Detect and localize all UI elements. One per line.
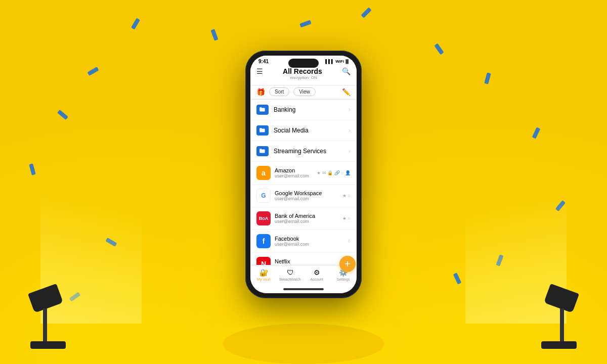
category-row-1[interactable]: Social Media › [250,120,357,141]
record-row-0[interactable]: a Amazon user@email.com ★ ✉ 🔒 🔗 ○ 👤 [250,162,357,184]
menu-icon[interactable]: ☰ [256,67,263,75]
record-logo: N [256,257,271,265]
toolbar: 🎁 Sort View ✏️ [250,85,357,100]
phone: 9:41 ▌▌▌ WiFi ▓ ☰ All Records 🔍 encrypti… [245,51,362,298]
phone-screen: 9:41 ▌▌▌ WiFi ▓ ☰ All Records 🔍 encrypti… [250,56,357,293]
nav-label: BreachWatch [280,278,301,281]
nav-icon: 🔐 [259,268,268,277]
nav-item-my-vault[interactable]: 🔐 My Vault [250,268,277,281]
nav-icon: ⚙ [314,268,320,277]
record-email: user@email.com [275,219,342,224]
nav-label: Settings [337,278,350,281]
nav-label: My Vault [257,278,271,281]
sort-button[interactable]: Sort [269,87,289,96]
lamp-left [30,288,71,349]
record-name: Bank of America [275,213,342,219]
category-name: Social Media [274,127,349,134]
status-time: 9:41 [258,59,269,64]
record-email: user@email.com [275,196,342,201]
fab-add-button[interactable]: + [339,256,356,272]
chevron-icon: › [349,127,351,134]
record-name: Netflix [275,258,339,264]
record-row-3[interactable]: f Facebook user@email.com ○ [250,230,357,252]
category-name: Streaming Services [274,148,349,155]
record-info: Amazon user@email.com [275,167,317,178]
nav-item-account[interactable]: ⚙ Account [304,268,330,281]
nav-item-breachwatch[interactable]: 🛡 BreachWatch [277,268,304,281]
home-bar [283,288,324,290]
record-name: Amazon [275,167,317,173]
search-icon[interactable]: 🔍 [342,67,351,75]
page-title: All Records [283,67,322,75]
edit-icon[interactable]: ✏️ [342,88,351,96]
record-action-icons: ★ ○ [342,193,351,198]
encryption-status: encryption: ON [290,75,317,80]
record-action-icons: ★ ✉ 🔒 🔗 ○ 👤 [317,170,351,175]
nav-label: Account [311,278,323,281]
folder-icon [256,125,269,135]
record-action-icons: ○ [348,239,351,244]
records-list[interactable]: Banking › Social Media › Streaming Servi… [250,100,357,265]
chevron-icon: › [349,106,351,113]
lamp-right [536,288,577,349]
signal-icon: ▌▌▌ [325,59,334,64]
record-logo: BoA [256,211,271,225]
toolbar-left: 🎁 Sort View [256,87,316,96]
category-row-0[interactable]: Banking › [250,100,357,120]
record-row-1[interactable]: G Google Workspace user@email.com ★ ○ [250,185,357,207]
record-logo: G [256,189,271,203]
home-indicator [250,285,357,293]
gift-icon[interactable]: 🎁 [256,88,265,96]
record-name: Google Workspace [275,190,342,196]
record-action-icons: ★ ○ [342,216,351,221]
pedestal [223,324,384,364]
nav-icon: 🛡 [287,268,294,277]
view-button[interactable]: View [293,87,316,96]
record-info: Netflix user@email.com [275,258,339,265]
record-logo: a [256,166,271,180]
wifi-icon: WiFi [335,59,344,64]
record-info: Bank of America user@email.com [275,213,342,224]
chevron-icon: › [349,148,351,155]
battery-icon: ▓ [345,59,349,64]
phone-wrapper: 9:41 ▌▌▌ WiFi ▓ ☰ All Records 🔍 encrypti… [245,51,362,298]
record-email: user@email.com [275,173,317,178]
record-info: Facebook user@email.com [275,236,348,247]
record-row-2[interactable]: BoA Bank of America user@email.com ★ ○ [250,207,357,230]
record-name: Facebook [275,236,348,242]
folder-icon [256,146,269,156]
category-name: Banking [274,106,349,113]
record-logo: f [256,234,271,248]
category-row-2[interactable]: Streaming Services › [250,141,357,161]
dynamic-island [288,59,319,68]
header-row: ☰ All Records 🔍 [256,67,351,75]
record-email: user@email.com [275,242,348,247]
record-info: Google Workspace user@email.com [275,190,342,201]
folder-icon [256,105,269,115]
app-header: ☰ All Records 🔍 encryption: ON [250,65,357,85]
status-icons: ▌▌▌ WiFi ▓ [325,59,349,64]
